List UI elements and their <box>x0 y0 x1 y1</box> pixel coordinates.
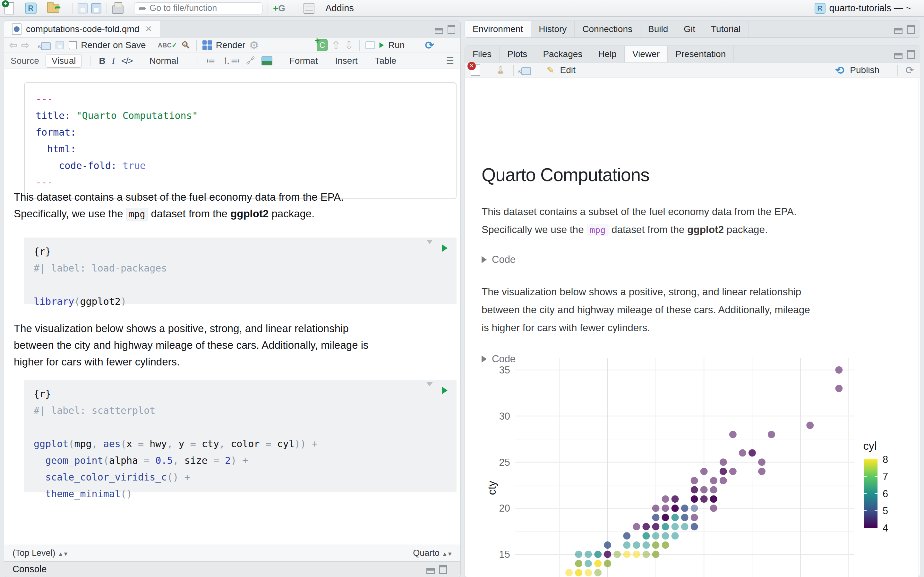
insert-menu[interactable]: Insert <box>335 56 357 66</box>
project-icon: R <box>814 3 825 14</box>
run-chunk-icon[interactable] <box>442 387 447 394</box>
format-menu[interactable]: Format <box>289 56 318 66</box>
project-selector[interactable]: R quarto-tutorials — ~ <box>814 3 919 14</box>
new-project-icon[interactable]: R <box>25 3 37 14</box>
panes-layout-icon[interactable] <box>304 3 314 14</box>
editor-paragraph[interactable]: This dataset contains a subset of the fu… <box>14 189 457 223</box>
text-line: between the city and highway mileage of … <box>481 301 920 319</box>
print-icon[interactable] <box>112 3 124 14</box>
bullet-list-icon[interactable]: ≔ <box>206 55 215 66</box>
tab-git[interactable]: Git <box>676 21 703 37</box>
svg-text:35: 35 <box>499 364 510 376</box>
console-header[interactable]: Console <box>4 561 460 577</box>
run-chunks-above-icon[interactable] <box>426 244 433 252</box>
code-line: title: "Quarto Computations" <box>36 107 445 124</box>
edit-pencil-icon[interactable]: ✎ <box>547 65 554 75</box>
maximize-pane-icon[interactable] <box>447 25 455 34</box>
svg-text:20: 20 <box>499 503 510 514</box>
tab-files[interactable]: Files <box>465 46 499 62</box>
forward-icon[interactable]: ⇨ <box>21 39 29 51</box>
publish-button[interactable]: Publish <box>850 65 879 75</box>
console-maximize-icon[interactable] <box>439 565 447 574</box>
visual-mode-button[interactable]: Visual <box>45 54 82 68</box>
tab-connections[interactable]: Connections <box>575 21 640 37</box>
publish-icon[interactable]: ⟲ <box>835 64 845 77</box>
maximize-pane-icon[interactable] <box>907 50 915 59</box>
render-icon[interactable] <box>202 40 212 50</box>
editor-tab-qmd[interactable]: computations-code-fold.qmd ✕ <box>4 21 160 37</box>
back-icon[interactable]: ⇦ <box>9 39 17 51</box>
save-doc-icon[interactable] <box>55 41 64 49</box>
run-chunk-icon[interactable] <box>442 244 447 252</box>
source-editor-pane: computations-code-fold.qmd ✕ ⇦ ⇨ Render … <box>4 21 461 577</box>
rendered-document: Quarto Computations This dataset contain… <box>465 93 920 577</box>
clear-viewer-icon[interactable]: 🧹︎ <box>496 65 506 76</box>
save-icon[interactable] <box>78 3 88 13</box>
link-icon[interactable]: 🔗︎ <box>246 56 255 66</box>
run-chunks-above-icon[interactable] <box>426 386 433 395</box>
text-line: Specifically we use the mpg dataset from… <box>481 221 908 239</box>
open-in-browser-icon[interactable] <box>521 67 531 75</box>
close-viewer-icon[interactable] <box>471 64 480 76</box>
editor-content[interactable]: ---title: "Quarto Computations"format: h… <box>4 69 460 545</box>
edit-button[interactable]: Edit <box>560 65 575 75</box>
italic-icon[interactable]: I <box>112 56 115 66</box>
tab-tutorial[interactable]: Tutorial <box>703 21 748 37</box>
open-file-icon[interactable]: ➦ <box>47 4 59 13</box>
go-next-section-icon[interactable]: ⇩ <box>344 39 354 52</box>
render-settings-gear-icon[interactable]: ⚙ <box>249 39 259 52</box>
minimize-pane-icon[interactable] <box>435 28 443 34</box>
tab-packages[interactable]: Packages <box>535 46 590 62</box>
source-mode-button[interactable]: Source <box>11 56 39 66</box>
refresh-icon[interactable]: ⟳ <box>905 64 914 76</box>
insert-chunk-icon[interactable]: C <box>317 39 328 51</box>
bold-icon[interactable]: B <box>99 56 105 66</box>
run-icon[interactable] <box>365 41 375 49</box>
addins-button[interactable]: Addins <box>325 3 354 13</box>
outline-toggle-icon[interactable]: ☰ <box>446 55 454 66</box>
tab-plots[interactable]: Plots <box>499 46 535 62</box>
editor-paragraph[interactable]: The visualization below shows a positive… <box>14 320 457 370</box>
go-prev-section-icon[interactable]: ⇧ <box>331 39 341 52</box>
minimize-pane-icon[interactable] <box>894 28 903 34</box>
goto-file-function-input[interactable]: ➦ Go to file/function <box>134 2 262 15</box>
code-line: #| label: load-packages <box>34 260 447 277</box>
code-format-icon[interactable]: </> <box>121 56 132 66</box>
render-on-save-checkbox[interactable] <box>69 41 77 49</box>
minimize-pane-icon[interactable] <box>894 53 903 59</box>
popout-editor-icon[interactable] <box>41 42 51 50</box>
table-menu[interactable]: Table <box>375 56 396 66</box>
spellcheck-icon[interactable]: ABC✓ <box>158 41 177 49</box>
tab-presentation[interactable]: Presentation <box>668 46 734 62</box>
text-line: is higher for cars with fewer cylinders. <box>481 319 920 337</box>
paragraph-style-select[interactable]: Normal <box>150 56 178 66</box>
tab-help[interactable]: Help <box>590 46 625 62</box>
console-minimize-icon[interactable] <box>426 568 435 574</box>
code-chunk-load-packages[interactable]: {r}#| label: load-packages library(ggplo… <box>24 237 457 304</box>
maximize-pane-icon[interactable] <box>907 25 915 34</box>
version-control-icon[interactable]: +G <box>273 3 285 13</box>
new-file-icon[interactable]: + <box>5 2 14 15</box>
tab-close-icon[interactable]: ✕ <box>145 24 152 34</box>
run-button[interactable]: Run <box>388 40 405 50</box>
image-icon[interactable] <box>262 56 272 65</box>
tab-environment[interactable]: Environment <box>465 21 531 37</box>
tab-history[interactable]: History <box>531 21 575 37</box>
code-line: code-fold: true <box>36 157 445 174</box>
rerun-icon[interactable]: ⟳ <box>425 39 434 52</box>
svg-text:6: 6 <box>883 488 888 500</box>
code-fold-toggle[interactable]: Code <box>481 254 515 266</box>
tab-viewer[interactable]: Viewer <box>625 46 668 62</box>
render-on-save-label: Render on Save <box>81 40 145 50</box>
run-play-icon[interactable] <box>380 42 384 48</box>
yaml-block[interactable]: ---title: "Quarto Computations"format: h… <box>24 82 457 199</box>
save-all-icon[interactable] <box>91 3 102 13</box>
viewer-scrollbar-gutter[interactable] <box>919 78 919 577</box>
render-button[interactable]: Render <box>216 40 246 50</box>
code-chunk-scatterplot[interactable]: {r}#| label: scatterplot ggplot(mpg, aes… <box>24 380 457 492</box>
search-doc-icon[interactable]: 🔍︎ <box>181 40 191 51</box>
tab-build[interactable]: Build <box>640 21 676 37</box>
scope-selector[interactable]: (Top Level) ▲▼ <box>13 548 68 558</box>
numbered-list-icon[interactable]: ⒈≕ <box>222 55 240 67</box>
doc-type-selector[interactable]: Quarto ▲▼ <box>413 548 452 558</box>
